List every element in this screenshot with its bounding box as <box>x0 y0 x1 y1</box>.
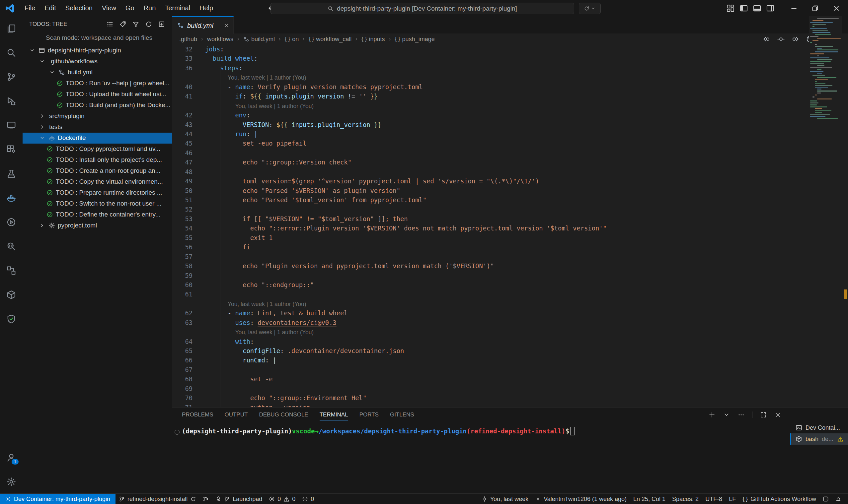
activity-testing-icon[interactable] <box>6 169 16 179</box>
code-line[interactable]: 36 steps: <box>172 64 809 73</box>
chevron-right-icon[interactable] <box>39 113 45 119</box>
tree-item[interactable]: TODO : Copy pyproject.toml and uv... <box>22 144 172 155</box>
activity-remote-explorer-icon[interactable] <box>6 120 16 130</box>
tree-item[interactable]: TODO : Build (and push) the Docke... <box>22 100 172 111</box>
activity-play-circle-icon[interactable] <box>6 217 16 227</box>
terminal-prompt[interactable]: (depsight-third-party-plugin) vscode →/w… <box>182 427 574 435</box>
activity-account-icon[interactable]: 1 <box>6 453 16 463</box>
menu-run[interactable]: Run <box>139 4 161 12</box>
restore-icon[interactable] <box>804 0 826 16</box>
breadcrumb-item[interactable]: { }on <box>285 36 299 43</box>
status-feedback[interactable] <box>819 494 832 504</box>
panel-tab-gitlens[interactable]: GITLENS <box>390 412 414 418</box>
activity-run-debug-icon[interactable] <box>6 96 16 106</box>
tree-item[interactable]: TODO : Install only the project's dep... <box>22 155 172 165</box>
code-line[interactable]: 52 <box>172 205 809 214</box>
minimap[interactable] <box>809 16 842 407</box>
tree-item[interactable]: depsight-third-party-plugin <box>22 45 172 56</box>
status-branch[interactable]: refined-depsight-install <box>116 494 200 504</box>
code-line[interactable]: 46 <box>172 148 809 158</box>
code-line[interactable]: 45 set -euo pipefail <box>172 139 809 148</box>
code-line[interactable]: 51 echo "Parsed '$toml_version' from pyp… <box>172 196 809 205</box>
panel-tab-debug-console[interactable]: DEBUG CONSOLE <box>259 412 308 418</box>
activity-search-icon[interactable] <box>6 48 16 58</box>
activity-symbols-icon[interactable] <box>6 266 16 275</box>
activity-shield-icon[interactable] <box>6 314 16 324</box>
tree-item[interactable]: pyproject.toml <box>22 220 172 231</box>
code-line[interactable]: 67 <box>172 365 809 375</box>
tree-item[interactable]: TODO : Create a non-root group an... <box>22 165 172 176</box>
code-line[interactable]: 63 uses: devcontainers/ci@v0.3 <box>172 318 809 328</box>
chevron-down-icon[interactable] <box>29 48 35 53</box>
code-line[interactable]: 54 echo "::error::Plugin version '$VERSI… <box>172 224 809 233</box>
activity-source-control-icon[interactable] <box>6 72 16 82</box>
refresh-icon[interactable] <box>145 21 152 28</box>
code-line[interactable]: 66 runCmd: | <box>172 356 809 365</box>
code-line[interactable]: 59 <box>172 271 809 281</box>
tree-item[interactable]: TODO : Prepare runtime directories ... <box>22 187 172 198</box>
status-remote[interactable]: Dev Container: my-third-party-plugin <box>0 494 116 504</box>
code-line[interactable]: 41 if: ${{ inputs.plugin_version != '' }… <box>172 92 809 101</box>
code-line[interactable]: 32jobs: <box>172 45 809 54</box>
status-launchpad[interactable]: Launchpad <box>212 494 265 504</box>
code-line[interactable]: 57 <box>172 252 809 262</box>
code-line[interactable]: 70 echo "::group::Environment Hel" <box>172 394 809 403</box>
menu-help[interactable]: Help <box>195 4 218 12</box>
tree-item[interactable]: Dockerfile <box>22 133 172 144</box>
code-line[interactable]: 47 echo "::group::Version check" <box>172 158 809 167</box>
code-line[interactable]: 64 with: <box>172 337 809 346</box>
panel-tab-problems[interactable]: PROBLEMS <box>182 412 213 418</box>
status-notifications[interactable] <box>832 494 845 504</box>
close-icon[interactable] <box>826 0 847 16</box>
code-line[interactable]: 53 if [[ "$VERSION" != "$toml_version" ]… <box>172 215 809 224</box>
list-tree-icon[interactable] <box>106 21 114 28</box>
breadcrumb-item[interactable]: .github <box>179 36 197 43</box>
chevron-down-icon[interactable] <box>49 69 55 75</box>
activity-extensions-icon[interactable] <box>6 145 16 155</box>
terminal-tab-dev-contai-[interactable]: Dev Contai... <box>790 422 848 433</box>
layout-grid-icon[interactable] <box>726 4 735 13</box>
command-center-search[interactable]: depsight-third-party-plugin [Dev Contain… <box>271 3 574 14</box>
code-line[interactable]: 33 build_wheel: <box>172 54 809 63</box>
activity-explorer-icon[interactable] <box>6 23 16 34</box>
change-circle-icon[interactable] <box>777 35 785 43</box>
activity-settings-gear-icon[interactable] <box>6 477 16 487</box>
filter-icon[interactable] <box>132 21 139 28</box>
chevron-right-icon[interactable] <box>39 222 45 229</box>
code-line[interactable]: 69 <box>172 384 809 394</box>
more-icon[interactable] <box>738 411 745 418</box>
chevron-down-icon[interactable] <box>39 135 45 141</box>
tab-build-yml[interactable]: build.yml <box>172 16 233 34</box>
code-line[interactable]: 42 env: <box>172 111 809 120</box>
menu-view[interactable]: View <box>97 4 121 12</box>
scan-mode-row[interactable]: Scan mode: workspace and open files <box>41 32 152 43</box>
tree-item[interactable]: TODO : Run 'uv --help | grep wheel... <box>22 78 172 89</box>
tree-item[interactable]: TODO : Copy the virtual environmen... <box>22 176 172 187</box>
tab-close-icon[interactable] <box>223 22 229 29</box>
minimize-icon[interactable] <box>783 0 804 16</box>
code-line[interactable]: 48 <box>172 167 809 177</box>
code-editor[interactable]: 32jobs:33 build_wheel:36 steps:You, last… <box>172 45 809 407</box>
status-ports[interactable]: 0 <box>299 494 317 504</box>
breadcrumb-item[interactable]: { }push_image <box>395 36 435 43</box>
status-commit-graph[interactable] <box>200 494 212 504</box>
panel-tab-output[interactable]: OUTPUT <box>224 412 247 418</box>
tree-item[interactable]: tests <box>22 122 172 133</box>
status-eol[interactable]: LF <box>726 494 739 504</box>
chevron-right-icon[interactable] <box>39 124 45 130</box>
layout-sidebar-left-icon[interactable] <box>740 4 748 13</box>
menu-file[interactable]: File <box>20 4 40 12</box>
breadcrumb-item[interactable]: workflows <box>207 36 233 43</box>
breadcrumb-item[interactable]: { }inputs <box>361 36 385 43</box>
code-line[interactable]: 56 fi <box>172 243 809 252</box>
chevron-down-icon[interactable] <box>39 58 45 64</box>
status-commit-author[interactable]: ValentinTwin1206 (1 week ago) <box>532 494 630 504</box>
activity-docker-icon[interactable] <box>6 193 16 203</box>
tree-item[interactable]: TODO : Switch to the non-root user ... <box>22 198 172 209</box>
terminal-tab-bash[interactable]: bashde... <box>790 433 848 445</box>
tree-item[interactable]: .github/workflows <box>22 56 172 67</box>
tree-item[interactable]: src/myplugin <box>22 111 172 122</box>
code-line[interactable]: 43 VERSION: ${{ inputs.plugin_version }} <box>172 120 809 130</box>
layout-panel-icon[interactable] <box>753 4 761 13</box>
code-line[interactable]: 49 toml_version=$(grep '^version' pyproj… <box>172 177 809 186</box>
